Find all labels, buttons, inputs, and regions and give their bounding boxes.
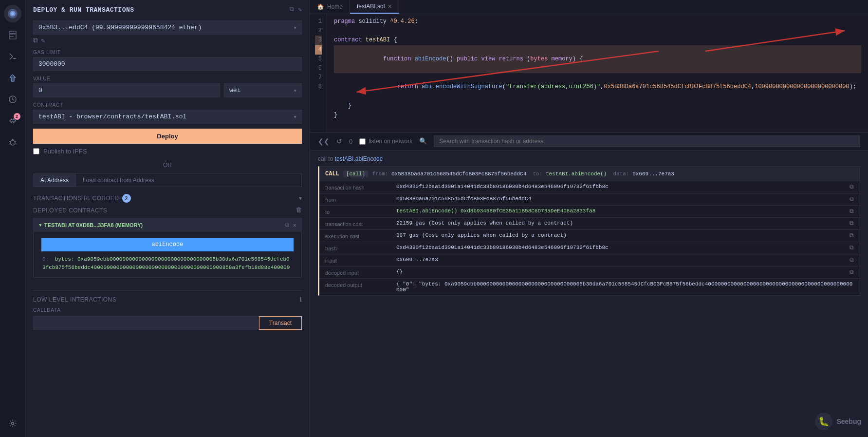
notification-badge: 2 [14,113,20,120]
tx-cost-copy[interactable]: ⧉ [850,220,854,227]
account-edit-icon[interactable]: ✎ [41,37,45,45]
contract-label: CONTRACT [33,102,302,108]
plugin-icon[interactable]: 2 [4,112,21,130]
account-copy-icon[interactable]: ⧉ [33,37,38,45]
sidebar: 2 [0,0,25,437]
app-logo [4,5,21,22]
low-level-info-icon[interactable]: ℹ [299,296,302,304]
svg-rect-6 [10,36,14,37]
tx-to-copy[interactable]: ⧉ [850,208,854,215]
tab-label: testABI.sol [357,3,385,10]
listen-checkbox[interactable] [359,138,366,145]
listen-checkbox-row: listen on network [359,138,412,145]
seebug-icon: 🐛 [815,413,832,430]
publish-checkbox[interactable] [33,148,39,154]
tx-hash-key: transaction hash [325,184,388,190]
tx-to-key: to [325,208,388,215]
code-area: 1 2 3 4 5 6 7 8 pragma solidity ^0.4.26;… [310,14,868,132]
tx-header-text: from: 0x5B38Da6a701c568545dCfcB03FcB875f… [372,171,674,177]
copy-panel-icon[interactable]: ⧉ [290,6,294,14]
calldata-input[interactable] [33,316,259,330]
tab-at-address[interactable]: At Address [34,174,76,187]
tx-call-label: call to testABI.abiEncode [318,155,860,162]
tx-entry-header: CALL [call] from: 0x5B38Da6a701c568545dC… [319,167,860,181]
home-icon: 🏠 [317,3,324,10]
contract-select[interactable]: testABI - browser/contracts/testABI.sol [33,110,302,124]
transact-button[interactable]: Transact [259,316,302,330]
tx-input-copy[interactable]: ⧉ [850,257,854,264]
listen-label: listen on network [369,138,412,145]
low-level-title: Low level interactions [33,296,116,303]
output-row: 0: bytes: 0xa9059cbb00000000000000000000… [37,253,297,275]
right-panel: 🏠 Home testABI.sol ✕ 1 2 3 4 5 6 7 8 pra… [310,0,868,437]
tx-cost-val: 22159 gas (Cost only applies when called… [396,220,839,226]
tx-count: 0 [349,138,352,145]
deployed-copy-icon[interactable]: 🗑 [295,207,302,214]
tx-hash2-val: 0xd4390f12baa1d3001a14041dc33b89186030b4… [396,245,839,250]
compile-icon[interactable] [4,48,21,65]
refresh-btn[interactable]: ↺ [336,137,342,145]
home-label: Home [327,3,343,10]
tx-exec-copy[interactable]: ⧉ [850,232,854,239]
search-tx-input[interactable] [434,135,860,147]
tx-call-type: [call] [343,171,369,177]
tx-cost-row: transaction cost 22159 gas (Cost only ap… [319,218,860,230]
tx-data-short: 0x609...7e7a3 [632,171,674,177]
contract-copy-icon[interactable]: ⧉ [285,222,289,229]
testabi-tab[interactable]: testABI.sol ✕ [350,0,399,14]
account-group: 0x5B3...eddC4 (99.999999999999658424 eth… [33,20,302,45]
low-level-header: Low level interactions ℹ [33,296,302,304]
address-tabs: At Address Load contract from Address [33,173,302,187]
tx-decoded-input-val: {} [396,269,839,275]
svg-rect-5 [10,35,16,35]
svg-rect-4 [10,33,16,34]
output-index: 0: [42,256,49,262]
account-select[interactable]: 0x5B3...eddC4 (99.999999999999658424 eth… [33,20,302,35]
tx-hash2-copy[interactable]: ⧉ [850,245,854,251]
tx-exec-val: 887 gas (Cost only applies when called b… [396,232,839,238]
output-value: bytes: 0xa9059cbb00000000000000000000000… [42,256,290,270]
tx-input-key: input [325,257,388,264]
abi-encode-button[interactable]: abiEncode [41,238,294,251]
tx-log: call to testABI.abiEncode CALL [call] fr… [310,151,868,437]
code-line-5: return abi.encodeWithSignature("transfer… [334,73,861,101]
tx-entry: CALL [call] from: 0x5B38Da6a701c568545dC… [318,166,860,296]
contract-close-icon[interactable]: ✕ [293,222,296,229]
contract-chevron: ▾ [38,221,42,229]
code-line-8 [334,120,861,129]
file-icon[interactable] [4,26,21,44]
value-unit-select[interactable]: wei gwei finney ether [224,83,302,97]
code-line-7: } [334,111,861,120]
publish-label: Publish to IPFS [43,148,87,155]
deploy-button[interactable]: Deploy [33,129,302,144]
tx-decoded-input-copy[interactable]: ⧉ [850,269,854,276]
gas-limit-input[interactable] [33,57,302,71]
gas-limit-group: GAS LIMIT [33,50,302,71]
tab-close-icon[interactable]: ✕ [388,3,392,10]
deploy-icon[interactable] [4,69,21,87]
tx-from-val: 0x5B38Da6a701c568545dCfcB03FcB875f56bedd… [396,196,839,202]
tx-decoded-output-val: { "0": "bytes: 0xa9059cbb000000000000000… [396,281,854,293]
deploy-panel: DEPLOY & RUN TRANSACTIONS ⧉ ✎ 0x5B3...ed… [25,0,310,437]
home-tab[interactable]: 🏠 Home [310,0,350,13]
tx-decoded-input-key: decoded input [325,269,388,276]
panel-header: DEPLOY & RUN TRANSACTIONS ⧉ ✎ [33,6,302,14]
seebug-label: Seebug [836,418,861,425]
interact-icon[interactable] [4,91,21,108]
tab-load-contract[interactable]: Load contract from Address [76,174,161,187]
contract-instance-header[interactable]: ▾ TESTABI AT 0XD8B...33FA8 (MEMORY) ⧉ ✕ [34,218,301,232]
expand-log-btn[interactable]: ❮❮ [318,137,330,145]
transactions-label: Transactions recorded [33,195,119,202]
settings-icon[interactable] [4,415,21,432]
tx-hash2-row: hash 0xd4390f12baa1d3001a14041dc33b89186… [319,242,860,254]
edit-panel-icon[interactable]: ✎ [298,6,302,14]
or-divider: OR [33,162,302,169]
debug-icon[interactable] [4,133,21,151]
transactions-chevron[interactable]: ▾ [299,195,302,202]
tx-from-copy[interactable]: ⧉ [850,196,854,203]
tx-input-row: input 0x609...7e7a3 ⧉ [319,254,860,266]
value-input[interactable] [33,83,220,97]
tx-hash-copy[interactable]: ⧉ [850,184,854,190]
tx-from-short: 0x5B38Da6a701c568545dCfcB03FcB875f56bedd… [391,171,526,177]
tx-to-short: testABI.abiEncode() [546,171,607,177]
